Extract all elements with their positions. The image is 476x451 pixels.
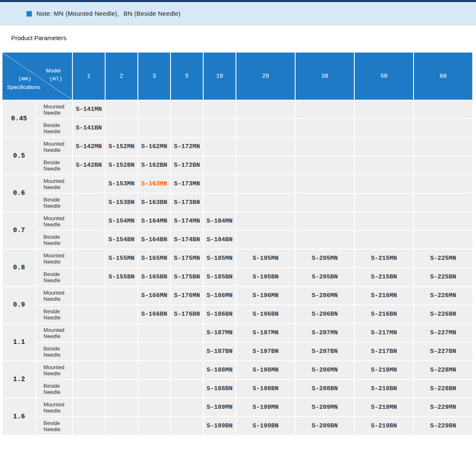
empty-cell xyxy=(171,417,203,435)
model-cell[interactable]: S-164BN xyxy=(138,231,170,249)
empty-cell xyxy=(236,119,295,137)
model-cell[interactable]: S-228MN xyxy=(414,361,472,379)
model-cell[interactable]: S-186MN xyxy=(204,287,236,305)
model-cell[interactable]: S-195BN xyxy=(236,268,295,286)
model-cell[interactable]: S-152BN xyxy=(106,156,137,174)
model-cell[interactable]: S-162MN xyxy=(138,138,170,156)
model-cell[interactable]: S-216MN xyxy=(355,287,413,305)
model-cell[interactable]: S-153BN xyxy=(106,194,137,211)
empty-cell xyxy=(414,231,472,249)
model-cell[interactable]: S-225BN xyxy=(414,268,472,286)
model-cell[interactable]: S-175MN xyxy=(171,249,203,267)
model-cell[interactable]: S-142MN xyxy=(73,138,105,156)
model-cell[interactable]: S-205MN xyxy=(296,249,354,267)
model-cell[interactable]: S-199BN xyxy=(236,417,295,435)
model-cell[interactable]: S-189MN xyxy=(204,398,236,416)
model-cell[interactable]: S-163MN xyxy=(138,175,170,193)
model-cell[interactable]: S-197MN xyxy=(236,324,295,342)
model-cell[interactable]: S-216BN xyxy=(355,305,413,323)
model-cell[interactable]: S-219BN xyxy=(355,417,413,435)
model-cell[interactable]: S-166BN xyxy=(138,305,170,323)
model-cell[interactable]: S-141BN xyxy=(73,119,105,137)
model-cell[interactable]: S-165BN xyxy=(138,268,170,286)
model-cell[interactable]: S-198BN xyxy=(236,380,295,398)
model-cell[interactable]: S-227BN xyxy=(414,343,472,360)
empty-cell xyxy=(236,194,295,211)
model-cell[interactable]: S-172BN xyxy=(171,156,203,174)
model-cell[interactable]: S-225MN xyxy=(414,249,472,267)
model-cell[interactable]: S-228BN xyxy=(414,380,472,398)
model-cell[interactable]: S-199MN xyxy=(236,398,295,416)
model-cell[interactable]: S-188BN xyxy=(204,380,236,398)
model-cell[interactable]: S-162BN xyxy=(138,156,170,174)
model-cell[interactable]: S-207MN xyxy=(296,324,354,342)
model-cell[interactable]: S-215BN xyxy=(355,268,413,286)
model-cell[interactable]: S-172MN xyxy=(171,138,203,156)
model-cell[interactable]: S-173MN xyxy=(171,175,203,193)
empty-cell xyxy=(355,212,413,230)
model-cell[interactable]: S-174MN xyxy=(171,212,203,230)
model-cell[interactable]: S-206BN xyxy=(296,305,354,323)
model-cell[interactable]: S-218MN xyxy=(355,361,413,379)
model-cell[interactable]: S-185MN xyxy=(204,249,236,267)
model-cell[interactable]: S-154BN xyxy=(106,231,137,249)
empty-cell xyxy=(236,231,295,249)
model-cell[interactable]: S-219MN xyxy=(355,398,413,416)
model-cell[interactable]: S-197BN xyxy=(236,343,295,360)
model-cell[interactable]: S-176MN xyxy=(171,287,203,305)
model-cell[interactable]: S-141MN xyxy=(73,101,105,118)
model-cell[interactable]: S-209MN xyxy=(296,398,354,416)
column-header-20ml: 20 xyxy=(236,53,295,100)
model-cell[interactable]: S-184MN xyxy=(204,212,236,230)
table-row-0.7-bn: Beside NeedleS-154BNS-164BNS-174BNS-184B… xyxy=(2,231,472,249)
model-cell[interactable]: S-217BN xyxy=(355,343,413,360)
model-cell[interactable]: S-198MN xyxy=(236,361,295,379)
model-cell[interactable]: S-229MN xyxy=(414,398,472,416)
model-cell[interactable]: S-185BN xyxy=(204,268,236,286)
model-cell[interactable]: S-208MN xyxy=(296,361,354,379)
model-cell[interactable]: S-152MN xyxy=(106,138,137,156)
model-cell[interactable]: S-188MN xyxy=(204,361,236,379)
model-cell[interactable]: S-227MN xyxy=(414,324,472,342)
model-cell[interactable]: S-209BN xyxy=(296,417,354,435)
model-cell[interactable]: S-176BN xyxy=(171,305,203,323)
model-cell[interactable]: S-175BN xyxy=(171,268,203,286)
model-cell[interactable]: S-215MN xyxy=(355,249,413,267)
model-cell[interactable]: S-142BN xyxy=(73,156,105,174)
model-cell[interactable]: S-155BN xyxy=(106,268,137,286)
model-cell[interactable]: S-153MN xyxy=(106,175,137,193)
model-cell[interactable]: S-187BN xyxy=(204,343,236,360)
model-cell[interactable]: S-217MN xyxy=(355,324,413,342)
needle-type-cell: Beside Needle xyxy=(36,119,72,137)
model-cell[interactable]: S-226BN xyxy=(414,305,472,323)
model-cell[interactable]: S-164MN xyxy=(138,212,170,230)
model-cell[interactable]: S-184BN xyxy=(204,231,236,249)
model-cell[interactable]: S-205BN xyxy=(296,268,354,286)
model-cell[interactable]: S-226MN xyxy=(414,287,472,305)
model-cell[interactable]: S-208BN xyxy=(296,380,354,398)
model-cell[interactable]: S-187MN xyxy=(204,324,236,342)
table-row-0.5-bn: Beside NeedleS-142BNS-152BNS-162BNS-172B… xyxy=(2,156,472,174)
table-row-0.45-mn: 0.45Mounted NeedleS-141MN xyxy=(2,101,472,118)
model-cell[interactable]: S-195MN xyxy=(236,249,295,267)
model-cell[interactable]: S-186BN xyxy=(204,305,236,323)
model-cell[interactable]: S-196MN xyxy=(236,287,295,305)
model-cell[interactable]: S-154MN xyxy=(106,212,137,230)
model-cell[interactable]: S-196BN xyxy=(236,305,295,323)
model-cell[interactable]: S-155MN xyxy=(106,249,137,267)
model-cell[interactable]: S-229BN xyxy=(414,417,472,435)
model-cell[interactable]: S-207BN xyxy=(296,343,354,360)
model-cell[interactable]: S-189BN xyxy=(204,417,236,435)
model-cell[interactable]: S-163BN xyxy=(138,194,170,211)
model-cell[interactable]: S-173BN xyxy=(171,194,203,211)
empty-cell xyxy=(138,324,170,342)
model-cell[interactable]: S-218BN xyxy=(355,380,413,398)
model-cell[interactable]: S-206MN xyxy=(296,287,354,305)
model-cell[interactable]: S-166MN xyxy=(138,287,170,305)
column-header-30ml: 30 xyxy=(296,53,354,100)
column-header-50ml: 50 xyxy=(355,53,413,100)
empty-cell xyxy=(355,175,413,193)
model-cell[interactable]: S-165MN xyxy=(138,249,170,267)
model-cell[interactable]: S-174BN xyxy=(171,231,203,249)
empty-cell xyxy=(171,101,203,118)
